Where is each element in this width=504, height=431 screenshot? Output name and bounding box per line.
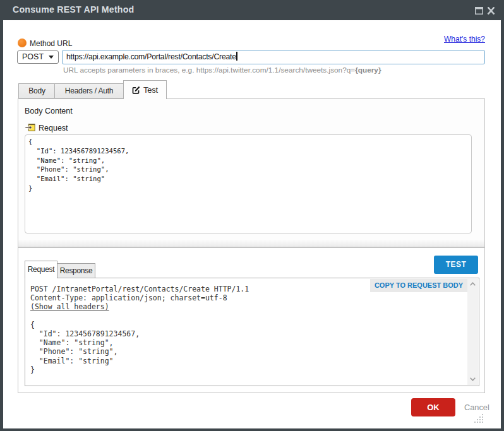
dialog-titlebar: Consume REST API Method — [0, 0, 504, 20]
tab-body[interactable]: Body — [18, 83, 55, 98]
request-preview-box: POST /IntranetPortal/rest/Contacts/Creat… — [25, 278, 479, 386]
select-dropdown-arrow-icon — [49, 56, 54, 59]
tab-headers-auth[interactable]: Headers / Auth — [54, 83, 124, 98]
panel-footer-strip — [18, 240, 484, 247]
request-label: Request — [39, 124, 68, 133]
url-hint-text: URL accepts parameters in braces, e.g. h… — [63, 66, 381, 74]
request-body-textarea[interactable]: { "Id": 1234567891234567, "Name": "strin… — [25, 134, 472, 233]
consume-rest-api-dialog: Consume REST API Method Method URL What'… — [0, 0, 504, 431]
test-button[interactable]: TEST — [434, 256, 478, 274]
body-content-label: Body Content — [25, 107, 73, 115]
test-result-panel: TEST Request Response POST /IntranetPort… — [18, 247, 485, 393]
tab-result-request[interactable]: Request — [25, 261, 57, 278]
preview-json-body: { "Id": 1234567891234567, "Name": "strin… — [30, 321, 140, 374]
dialog-title: Consume REST API Method — [13, 0, 134, 20]
method-url-input[interactable]: https://api.example.com/Portal/rest/Cont… — [62, 50, 485, 64]
preview-request-line: POST /IntranetPortal/rest/Contacts/Creat… — [30, 285, 249, 293]
method-url-value: https://api.example.com/Portal/rest/Cont… — [66, 52, 236, 61]
tab-test[interactable]: Test — [123, 80, 167, 99]
required-field-dot — [18, 38, 27, 47]
copy-to-request-body-button[interactable]: COPY TO REQUEST BODY — [370, 279, 467, 292]
scroll-up-icon[interactable] — [467, 279, 478, 290]
text-caret — [236, 52, 237, 61]
resize-grip[interactable] — [474, 414, 484, 426]
dialog-body: Method URL What's this? POST https://api… — [3, 20, 501, 428]
preview-content-type-line: Content-Type: application/json; charset=… — [30, 293, 227, 302]
show-all-headers-link[interactable]: (Show all headers) — [30, 302, 109, 311]
maximize-icon[interactable] — [475, 6, 483, 13]
scroll-down-icon[interactable] — [467, 374, 478, 385]
edit-pencil-icon — [132, 82, 140, 100]
tab-test-label: Test — [143, 85, 158, 95]
method-url-label: Method URL — [30, 39, 72, 48]
whats-this-link[interactable]: What's this? — [444, 35, 485, 44]
request-preview-text: POST /IntranetPortal/rest/Contacts/Creat… — [30, 285, 249, 374]
ok-button[interactable]: OK — [411, 398, 455, 416]
preview-scrollbar[interactable] — [467, 279, 478, 385]
http-method-select[interactable]: POST — [17, 50, 59, 64]
request-import-icon — [25, 123, 35, 134]
http-method-value: POST — [22, 51, 44, 63]
tab-result-response[interactable]: Response — [57, 263, 95, 278]
close-icon[interactable] — [487, 6, 495, 13]
test-tab-panel: Body Content Request { "Id": 12345678912… — [18, 98, 485, 247]
